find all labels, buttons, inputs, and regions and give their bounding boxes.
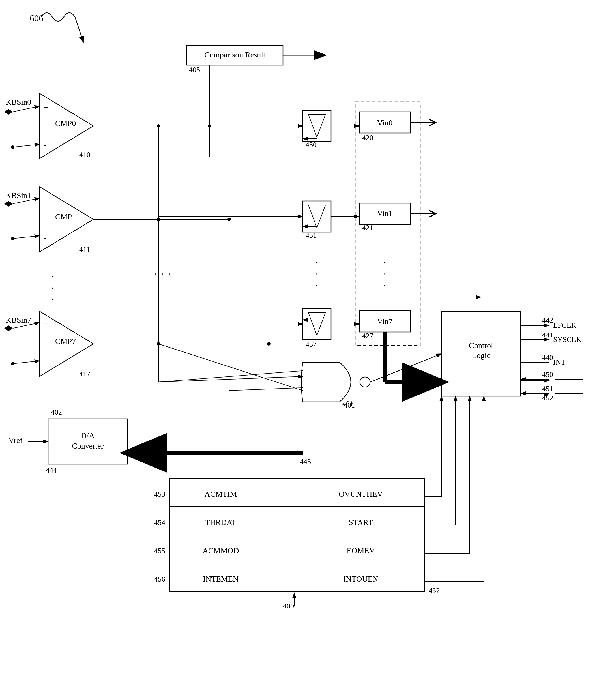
circuit-diagram: 606 Comparison Result 405 CMP0 410 KBSin…: [0, 0, 616, 673]
kbsin0-label: KBSin0: [6, 97, 31, 106]
ref-427: 427: [362, 332, 373, 340]
svg-text:-: -: [44, 233, 46, 242]
figure-number: 606: [30, 13, 43, 23]
ref-443: 443: [300, 458, 311, 466]
ref-444: 444: [46, 466, 57, 474]
lfclk-label: LFCLK: [553, 321, 577, 329]
cmp1-label: CMP1: [55, 212, 76, 221]
svg-text:.: .: [384, 254, 386, 265]
ref-440: 440: [542, 354, 553, 362]
svg-text:+: +: [44, 320, 48, 328]
ref-451: 451: [542, 385, 553, 393]
ref-453: 453: [154, 490, 165, 498]
start-label: START: [349, 518, 373, 527]
svg-line-110: [370, 354, 441, 382]
logic-gate-401: [301, 362, 351, 402]
ref-450: 450: [542, 371, 553, 379]
ref-400: 400: [283, 602, 294, 610]
vin7-label: Vin7: [377, 317, 392, 326]
ref-430: 430: [306, 141, 317, 149]
ref-441: 441: [542, 331, 553, 339]
svg-text:.: .: [384, 265, 386, 277]
kbsin1-label: KBSin1: [6, 191, 31, 200]
svg-text:.: .: [155, 266, 157, 276]
svg-text:.: .: [51, 291, 54, 302]
acmmod-label: ACMMOD: [202, 546, 239, 555]
control-logic-label2: Logic: [472, 351, 490, 360]
ref-437: 437: [306, 340, 317, 349]
ref-431: 431: [306, 231, 317, 239]
ref-452: 452: [542, 394, 553, 402]
intouen-label: INTOUEN: [343, 575, 378, 583]
svg-line-66: [159, 377, 303, 382]
eomev-label: EOMEV: [347, 546, 375, 555]
kbsin0-diamond: [4, 109, 13, 115]
svg-line-9: [13, 106, 40, 112]
vin1-label: Vin1: [377, 209, 392, 218]
ref-410: 410: [79, 151, 90, 159]
svg-line-101: [159, 371, 303, 382]
sysclk-label: SYSCLK: [553, 335, 582, 344]
ref-401-text: 401: [344, 401, 355, 409]
ref-455: 455: [154, 547, 165, 555]
svg-line-34: [13, 361, 40, 364]
svg-text:.: .: [51, 280, 54, 291]
kbsin7-label: KBSin7: [6, 315, 31, 324]
kbsin1-diamond: [4, 201, 13, 207]
svg-text:.: .: [51, 268, 54, 280]
ref-405: 405: [189, 66, 200, 74]
cmp0-label: CMP0: [55, 119, 76, 128]
cmp0-minus-dot: [11, 146, 14, 149]
int-label: INT: [553, 358, 565, 366]
svg-line-103: [229, 388, 303, 391]
svg-point-20: [11, 237, 14, 240]
kbsin7-diamond: [4, 325, 13, 331]
vref-label: Vref: [8, 436, 23, 445]
svg-line-67: [159, 344, 303, 391]
ref-456: 456: [154, 575, 165, 583]
da-label2: Converter: [72, 442, 104, 450]
svg-line-10: [13, 144, 40, 147]
ref-421: 421: [362, 224, 373, 232]
svg-text:+: +: [44, 196, 48, 204]
svg-line-3: [75, 17, 83, 42]
svg-line-19: [13, 236, 40, 239]
thrdat-label: THRDAT: [205, 518, 236, 527]
ref-402: 402: [51, 408, 62, 416]
ref-420: 420: [362, 134, 373, 142]
vin0-label: Vin0: [377, 118, 392, 127]
ref-411: 411: [79, 245, 90, 254]
da-label1: D/A: [81, 431, 95, 440]
svg-text:.: .: [162, 266, 164, 276]
svg-text:.: .: [169, 266, 171, 276]
svg-point-35: [11, 362, 14, 365]
svg-text:+: +: [44, 103, 48, 111]
svg-point-65: [360, 377, 370, 387]
intemen-label: INTEMEN: [203, 575, 239, 583]
svg-text:-: -: [44, 141, 46, 149]
svg-text:.: .: [384, 277, 386, 288]
ref-442: 442: [542, 316, 553, 324]
comparison-result-label: Comparison Result: [204, 50, 265, 59]
ref-454: 454: [154, 518, 165, 527]
ovunthev-label: OVUNTHEV: [339, 490, 383, 498]
ref-457: 457: [429, 587, 440, 595]
svg-text:-: -: [44, 357, 46, 365]
cmp7-label: CMP7: [55, 337, 76, 346]
acmtim-label: ACMTIM: [204, 490, 237, 498]
ref-417: 417: [79, 370, 90, 378]
control-logic-label: Control: [469, 341, 493, 350]
